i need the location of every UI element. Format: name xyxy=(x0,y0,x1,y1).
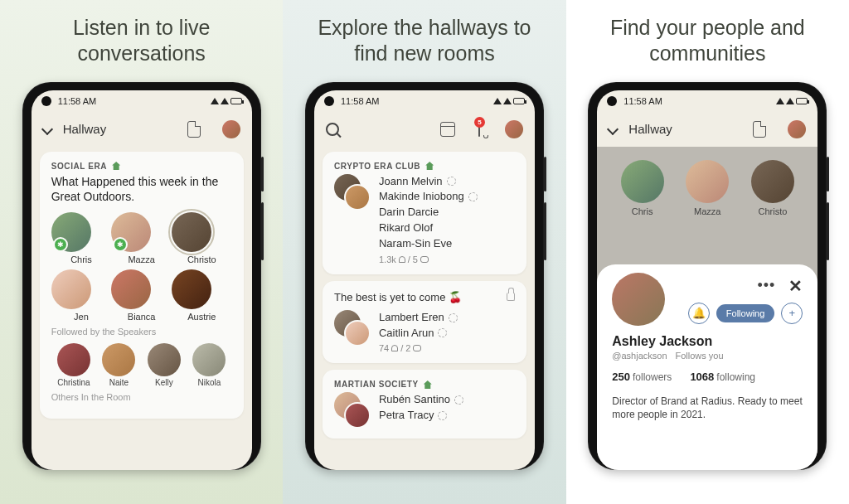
more-options-icon[interactable]: ••• xyxy=(757,277,775,294)
speaker-avatar xyxy=(621,160,664,203)
chat-bubble-icon xyxy=(447,177,456,186)
room-card[interactable]: The best is yet to come 🍒 Lambert Eren C… xyxy=(323,281,526,364)
room-card[interactable]: SOCIAL ERA What Happened this week in th… xyxy=(40,152,244,419)
chevron-down-icon[interactable] xyxy=(607,123,619,134)
follower-avatar[interactable] xyxy=(102,343,135,376)
wifi-icon xyxy=(503,98,512,104)
speaker-avatar xyxy=(686,160,729,203)
person-icon xyxy=(391,345,398,351)
speaker-avatar-stack xyxy=(334,310,371,346)
profile-sheet: ••• ✕ 🔔 Following + Ashley Jackson @ashj… xyxy=(597,264,817,470)
user-name: Ashley Jackson xyxy=(612,334,803,349)
battery-icon xyxy=(796,98,808,104)
followers-stat[interactable]: 250followers xyxy=(612,371,672,383)
notify-button[interactable]: 🔔 xyxy=(688,303,710,324)
phone-frame: 11:58 AM 5 CRYPTO ERA CLUB xyxy=(305,82,544,470)
chat-bubble-icon xyxy=(438,328,447,337)
user-avatar[interactable] xyxy=(612,273,665,326)
following-button[interactable]: Following xyxy=(716,304,774,322)
status-bar: 11:58 AM xyxy=(314,90,535,112)
marketing-panel-2: Explore the hallways to find new rooms 1… xyxy=(283,0,565,504)
signal-icon xyxy=(493,98,502,104)
room-title: The best is yet to come 🍒 xyxy=(334,291,462,303)
user-handle: @ashjackson xyxy=(612,351,667,361)
club-name: MARTIAN SOCIETY xyxy=(334,380,419,389)
club-name: CRYPTO ERA CLUB xyxy=(334,162,420,171)
room-title: What Happened this week in the Great Out… xyxy=(51,174,232,204)
speaker-name: Christo xyxy=(172,254,232,264)
wifi-icon xyxy=(786,98,794,104)
section-followed-label: Followed by the Speakers xyxy=(51,327,232,337)
close-icon[interactable]: ✕ xyxy=(788,276,803,296)
battery-icon xyxy=(230,98,242,104)
chevron-down-icon[interactable] xyxy=(41,123,53,134)
phone-frame: 11:58 AM Hallway Chris Mazza Christo ••• xyxy=(588,82,827,470)
signal-icon xyxy=(776,98,784,104)
phone-frame: 11:58 AM Hallway SOCIAL ERA What Happene… xyxy=(22,82,261,470)
speaker-name: Mazza xyxy=(111,254,172,264)
follows-you-label: Follows you xyxy=(676,351,724,361)
hallway-selector[interactable]: Hallway xyxy=(628,122,672,136)
speaker-avatar[interactable] xyxy=(172,269,211,309)
profile-avatar[interactable] xyxy=(788,120,806,138)
club-name: SOCIAL ERA xyxy=(51,162,108,171)
room-stats: 74 / 2 xyxy=(379,343,515,353)
marketing-panel-1: Listen in to live conversations 11:58 AM… xyxy=(0,0,283,504)
speaker-avatar[interactable] xyxy=(51,212,91,252)
add-button[interactable]: + xyxy=(781,303,803,324)
speaker-name: Bianca xyxy=(111,312,172,322)
person-icon xyxy=(399,256,405,263)
dimmed-speaker-grid: Chris Mazza Christo xyxy=(597,147,817,216)
speaker-name: Austrie xyxy=(172,312,232,322)
document-icon[interactable] xyxy=(753,121,766,138)
hallway-selector[interactable]: Hallway xyxy=(63,122,107,136)
room-card[interactable]: MARTIAN SOCIETY Rubén Santino Petra Trac… xyxy=(323,370,526,439)
status-bar: 11:58 AM xyxy=(597,90,817,112)
headline-2: Explore the hallways to find new rooms xyxy=(291,15,557,67)
house-icon xyxy=(424,380,432,389)
house-icon xyxy=(112,162,120,170)
chat-icon xyxy=(420,256,429,263)
chat-icon xyxy=(413,345,421,351)
chat-bubble-icon xyxy=(449,313,458,322)
user-bio: Director of Brand at Radius. Ready to me… xyxy=(612,395,803,423)
calendar-icon[interactable] xyxy=(440,122,455,137)
house-icon xyxy=(425,162,434,170)
notification-badge: 5 xyxy=(474,117,485,128)
speaker-avatar-stack xyxy=(334,392,371,429)
speaker-avatar xyxy=(751,160,794,203)
camera-hole xyxy=(324,96,334,106)
marketing-panel-3: Find your people and communities 11:58 A… xyxy=(566,0,849,504)
search-icon[interactable] xyxy=(326,123,339,136)
camera-hole xyxy=(41,96,51,106)
battery-icon xyxy=(513,98,525,104)
profile-avatar[interactable] xyxy=(505,120,523,138)
speaker-avatar[interactable] xyxy=(111,212,151,252)
app-bar: Hallway xyxy=(32,112,252,147)
clock: 11:58 AM xyxy=(623,96,662,106)
clock: 11:58 AM xyxy=(58,96,96,106)
app-bar: Hallway xyxy=(597,112,817,147)
headline-3: Find your people and communities xyxy=(575,15,841,67)
speaker-name: Jen xyxy=(51,312,112,322)
follower-avatar[interactable] xyxy=(148,343,181,376)
app-bar: 5 xyxy=(314,112,535,147)
speaker-avatar[interactable] xyxy=(111,269,151,309)
profile-avatar[interactable] xyxy=(222,120,240,138)
section-others-label: Others In the Room xyxy=(51,392,232,402)
follower-avatar[interactable] xyxy=(57,343,90,376)
notifications-button[interactable]: 5 xyxy=(478,122,480,137)
follower-avatar[interactable] xyxy=(192,343,226,376)
room-stats: 1.3k / 5 xyxy=(379,254,515,264)
chat-bubble-icon xyxy=(454,395,463,405)
document-icon[interactable] xyxy=(187,121,201,138)
chat-bubble-icon xyxy=(438,411,447,420)
room-card[interactable]: CRYPTO ERA CLUB Joann Melvin Makinde Ini… xyxy=(323,152,526,274)
clock: 11:58 AM xyxy=(341,96,379,106)
headline-1: Listen in to live conversations xyxy=(8,15,274,67)
speaker-avatar[interactable] xyxy=(172,212,211,252)
following-stat[interactable]: 1068following xyxy=(690,371,755,383)
speaker-avatar-stack xyxy=(334,174,371,211)
speaker-avatar[interactable] xyxy=(51,269,91,309)
wifi-icon xyxy=(221,98,229,104)
